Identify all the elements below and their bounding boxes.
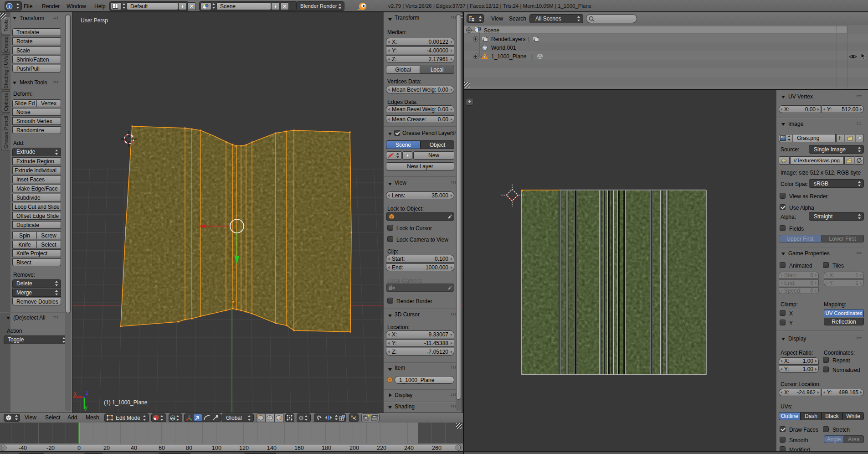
svg-text:z: z [86,390,88,396]
svg-text:i: i [9,4,10,9]
svg-text:y: y [85,404,87,411]
svg-text:x: x [74,391,77,397]
